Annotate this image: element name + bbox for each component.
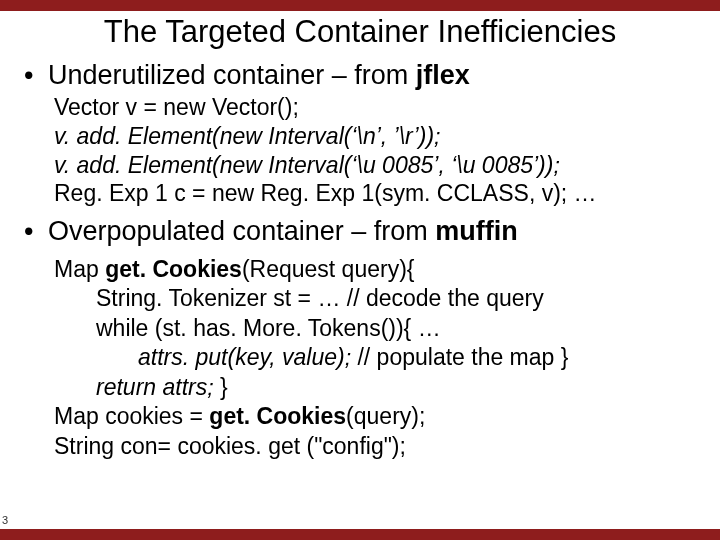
code-line: Vector v = new Vector(); xyxy=(54,93,700,122)
bullet-text: Underutilized container – from xyxy=(48,60,416,90)
code-line: return attrs; } xyxy=(54,373,700,402)
code-line: v. add. Element(new Interval(‘\u 0085’, … xyxy=(54,151,700,180)
code-line: Map get. Cookies(Request query){ xyxy=(54,255,700,284)
code-line: String con= cookies. get ("config"); xyxy=(54,432,700,461)
bottom-accent-bar xyxy=(0,529,720,540)
slide-body: Underutilized container – from jflex Vec… xyxy=(20,60,700,461)
code-line: attrs. put(key, value); // populate the … xyxy=(54,343,700,372)
page-number: 3 xyxy=(2,514,8,526)
code-line: v. add. Element(new Interval(‘\n’, ’\r’)… xyxy=(54,122,700,151)
bullet-underutilized: Underutilized container – from jflex xyxy=(20,60,700,91)
bullet-em: jflex xyxy=(416,60,470,90)
slide-title: The Targeted Container Inefficiencies xyxy=(0,14,720,50)
code-line: Reg. Exp 1 c = new Reg. Exp 1(sym. CCLAS… xyxy=(54,179,700,208)
code-line: String. Tokenizer st = … // decode the q… xyxy=(54,284,700,313)
code-block-2: Map get. Cookies(Request query){ String.… xyxy=(20,255,700,461)
code-block-1: Vector v = new Vector(); v. add. Element… xyxy=(20,93,700,208)
bullet-em: muffin xyxy=(435,216,517,246)
bullet-overpopulated: Overpopulated container – from muffin xyxy=(20,216,700,247)
slide: The Targeted Container Inefficiencies Un… xyxy=(0,0,720,540)
bullet-text: Overpopulated container – from xyxy=(48,216,435,246)
code-line: while (st. has. More. Tokens()){ … xyxy=(54,314,700,343)
code-line: Map cookies = get. Cookies(query); xyxy=(54,402,700,431)
top-accent-bar xyxy=(0,0,720,11)
